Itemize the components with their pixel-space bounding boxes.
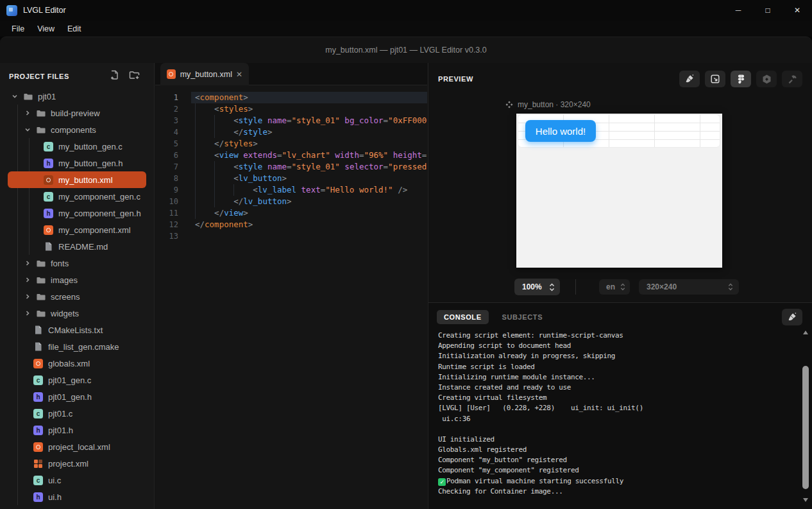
document-subtitle: my_button.xml — pjt01 — LVGL Editor v0.3… [325,46,487,55]
tree-item-file-list-gen-cmake[interactable]: file_list_gen.cmake [8,338,146,355]
code-line-3[interactable]: 3 <style name="style_01" bg_color="0xFF0… [155,115,427,126]
clear-console-broom-icon[interactable] [782,309,802,325]
close-button[interactable]: ✕ [782,0,812,21]
code-area[interactable]: 1<component>2 <styles>3 <style name="sty… [155,85,427,509]
console-panel: CONSOLE SUBJECTS Creating script element… [428,302,812,509]
export-window-icon[interactable] [705,71,725,87]
minimize-button[interactable]: ─ [723,0,753,21]
code-line-5[interactable]: 5 </styles> [155,138,427,150]
xml-file-icon [33,359,43,368]
scroll-down-icon[interactable] [801,496,810,504]
tab-subjects[interactable]: SUBJECTS [495,310,550,324]
code-line-1[interactable]: 1<component> [155,92,427,103]
figma-icon[interactable] [731,71,751,87]
code-line-13[interactable]: 13 [155,230,427,242]
chevron-right-icon [24,110,31,116]
hello-world-button[interactable]: Hello world! [525,120,596,142]
tree-item-ui-h[interactable]: hui.h [8,488,146,505]
c-file-icon: c [44,192,53,202]
code-line-10[interactable]: 10 </lv_button> [155,196,427,207]
tree-item-pjt01[interactable]: pjt01 [8,88,146,105]
tree-item-build-preview[interactable]: build-preview [8,105,146,121]
tree-item-globals-xml[interactable]: globals.xml [8,355,146,372]
code-line-text: <style name="style_01" bg_color="0xFF000… [195,115,427,126]
tree-item-widgets[interactable]: widgets [8,305,146,322]
line-number: 2 [155,103,178,115]
folder-icon [36,292,46,302]
tree-item-my-component-gen-h[interactable]: hmy_component_gen.h [8,205,146,221]
line-number: 8 [155,173,178,184]
tree-item-cmakelists-txt[interactable]: CMakeLists.txt [8,322,146,338]
code-line-12[interactable]: 12</component> [155,219,427,230]
code-line-7[interactable]: 7 <style name="style_01" selector="press… [155,161,427,173]
menu-edit[interactable]: Edit [61,22,88,35]
code-line-8[interactable]: 8 <lv_button> [155,173,427,184]
console-log[interactable]: Creating script element: runtime-script-… [438,331,798,506]
tree-item-fonts[interactable]: fonts [8,255,146,272]
tree-item-screens[interactable]: screens [8,288,146,305]
language-select[interactable]: en [599,279,630,295]
tree-item-project-local-xml[interactable]: project_local.xml [8,438,146,455]
chevron-down-icon [12,93,18,99]
hammer-icon[interactable] [782,71,802,87]
code-line-11[interactable]: 11 </view> [155,207,427,219]
new-folder-icon[interactable] [129,70,140,83]
console-line: Initialization already in progress, skip… [438,351,798,361]
content-shell: my_button.xml — pjt01 — LVGL Editor v0.3… [0,37,812,509]
c-file-icon: c [33,409,43,418]
resolution-select[interactable]: 320×240 [639,279,739,295]
console-line: Appending script to document head [438,341,798,351]
console-line: Globals.xml registered [438,445,798,455]
tree-item-images[interactable]: images [8,272,146,288]
tree-item-label: pjt01.c [48,409,72,418]
code-line-6[interactable]: 6 <view extends="lv_chart" width="96%" h… [155,150,427,161]
scrollbar-thumb[interactable] [802,366,809,489]
tree-item-ui-c[interactable]: cui.c [8,472,146,488]
tree-item-project-xml[interactable]: project.xml [8,455,146,472]
line-number: 1 [155,92,178,103]
controls-divider [575,279,576,295]
folder-icon [36,259,46,268]
tree-item-pjt01-h[interactable]: hpjt01.h [8,422,146,438]
scroll-up-icon[interactable] [801,329,810,336]
tree-item-pjt01-c[interactable]: cpjt01.c [8,405,146,422]
tree-item-my-button-gen-c[interactable]: cmy_button_gen.c [8,138,146,155]
file-icon [33,342,43,352]
zoom-select[interactable]: 100% [514,279,560,295]
tab-close-icon[interactable]: ✕ [236,70,242,79]
tree-item-label: my_button.xml [58,175,113,185]
menu-file[interactable]: File [5,22,31,35]
tab-console[interactable]: CONSOLE [437,310,489,324]
code-line-9[interactable]: 9 <lv_label text="Hello world!" /> [155,184,427,196]
tree-item-pjt01-gen-c[interactable]: cpjt01_gen.c [8,372,146,388]
line-number: 12 [155,219,178,230]
tree-item-components[interactable]: components [8,121,146,138]
code-line-text: </style> [195,126,427,138]
tree-item-label: ui.h [48,492,62,502]
subtitle-bar: my_button.xml — pjt01 — LVGL Editor v0.3… [0,37,812,63]
folder-icon [36,125,46,135]
tree-item-pjt01-gen-h[interactable]: hpjt01_gen.h [8,388,146,405]
tree-item-label: my_component.xml [58,225,131,235]
xml-file-icon [44,175,53,185]
tree-item-my-component-gen-c[interactable]: cmy_component_gen.c [8,188,146,205]
tree-item-label: pjt01.h [48,426,73,435]
component-icon [505,101,513,108]
tree-item-label: pjt01 [38,92,56,101]
tree-item-my-button-xml[interactable]: my_button.xml [8,171,146,188]
code-line-4[interactable]: 4 </style> [155,126,427,138]
menu-view[interactable]: View [31,22,61,35]
new-file-icon[interactable] [110,70,120,83]
console-line: Creating virtual filesystem [438,393,798,403]
tree-item-my-component-xml[interactable]: my_component.xml [8,221,146,238]
code-line-text: <styles> [195,103,427,115]
broom-icon[interactable] [679,71,700,87]
console-line: Creating script element: runtime-script-… [438,331,798,341]
tree-item-readme-md[interactable]: README.md [8,238,146,255]
tree-item-my-button-gen-h[interactable]: hmy_button_gen.h [8,155,146,171]
code-line-2[interactable]: 2 <styles> [155,103,427,115]
maximize-button[interactable]: □ [753,0,782,21]
hexagon-settings-icon[interactable] [756,71,777,87]
tab-my-button-xml[interactable]: my_button.xml ✕ [160,63,249,85]
line-number: 11 [155,207,178,219]
